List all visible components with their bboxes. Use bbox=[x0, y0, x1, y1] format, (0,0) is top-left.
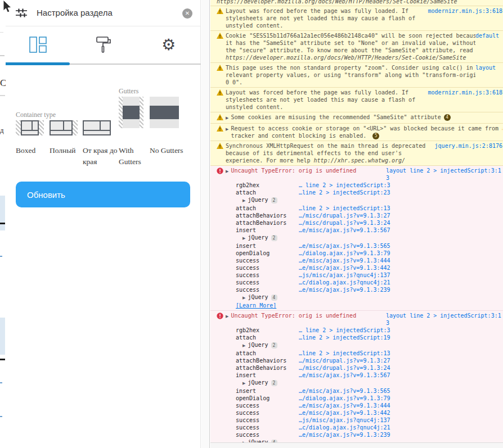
stack-source-link[interactable]: …e/misc/ajax.js?v=9.1.3:442 bbox=[299, 264, 390, 271]
repeat-count-badge: 4 bbox=[444, 114, 451, 121]
option-no-gutters[interactable] bbox=[150, 97, 179, 128]
stack-source-link[interactable]: …/misc/drupal.js?v=9.1.3:24 bbox=[299, 219, 390, 227]
source-location-link[interactable]: layout line 2 > injectedScript:3:13 bbox=[386, 312, 502, 327]
console-warning-row-clipped: https://developer.mozilla.org/docs/Web/H… bbox=[210, 0, 503, 6]
stack-source-link[interactable]: …e/misc/ajax.js?v=9.1.3:444 bbox=[299, 257, 390, 264]
stack-source-link[interactable]: …line 2 > injectedScript:13 bbox=[299, 350, 390, 357]
expand-arrow-icon[interactable]: ▶ bbox=[226, 313, 228, 320]
stack-source-link[interactable]: …e/misc/ajax.js?v=9.1.3:565 bbox=[299, 242, 390, 250]
background-fragment bbox=[0, 223, 5, 224]
repeat-count-badge: 5 bbox=[372, 133, 379, 139]
stack-source-link[interactable]: …line 2 > injectedScript:13 bbox=[299, 205, 390, 212]
stack-frame-row: attachBehaviors…/misc/drupal.js?v=9.1.3:… bbox=[217, 219, 502, 227]
stack-source-link[interactable]: …c/dialog.ajax.js?qnuc4j:21 bbox=[299, 279, 390, 286]
message-link[interactable]: https://developer.mozilla.org/docs/Web/H… bbox=[217, 0, 457, 4]
stack-source-link[interactable]: … line 2 > injectedScript:3 bbox=[299, 182, 390, 189]
warning-icon bbox=[217, 114, 223, 122]
stack-source-link[interactable]: …e/misc/ajax.js?v=9.1.3:565 bbox=[299, 387, 390, 395]
group-name: jQuery bbox=[248, 234, 268, 241]
expand-arrow-icon[interactable]: ▶ bbox=[242, 381, 245, 386]
stack-frame-row: success…e/misc/ajax.js?v=9.1.3:444 bbox=[217, 402, 502, 409]
active-tab-indicator bbox=[6, 62, 70, 65]
stack-frame-row: openDialog…/dialog.ajax.js?v=9.1.3:79 bbox=[217, 250, 502, 257]
source-location-link[interactable]: modernizr.min.js:3:618 bbox=[428, 89, 502, 96]
jquery-group-row[interactable]: ▶jQuery4 bbox=[217, 293, 502, 302]
expand-arrow-icon[interactable]: ▶ bbox=[226, 115, 228, 122]
stack-function-name: insert bbox=[236, 242, 299, 250]
stack-source-link[interactable]: …/dialog.ajax.js?v=9.1.3:79 bbox=[299, 250, 390, 257]
error-icon bbox=[217, 313, 223, 321]
stack-frame-row: success…e/misc/ajax.js?v=9.1.3:239 bbox=[217, 286, 502, 293]
message-link[interactable]: https://developer.mozilla.org/docs/Web/H… bbox=[226, 55, 466, 61]
stack-source-link[interactable]: …e/misc/ajax.js?v=9.1.3:239 bbox=[299, 286, 390, 293]
stack-frame-row: success…js/misc/ajax.js?qnuc4j:137 bbox=[217, 271, 502, 279]
source-location-link[interactable]: layout line 2 > injectedScript:3:13 bbox=[386, 167, 502, 182]
stack-source-link[interactable]: … line 2 > injectedScript:3 bbox=[299, 327, 390, 334]
option-boxed[interactable] bbox=[16, 120, 44, 135]
stack-source-link[interactable]: …/dialog.ajax.js?v=9.1.3:79 bbox=[299, 395, 390, 402]
log-message: Layout was forced before the page was fu… bbox=[226, 7, 428, 29]
message-text: Cookie "SESS15b11d766a12a1ec056e486b2148… bbox=[226, 33, 475, 53]
message-text: This page uses the non standard property… bbox=[226, 65, 475, 85]
stack-source-link[interactable]: …line 2 > injectedScript:23 bbox=[299, 189, 390, 196]
stack-source-link[interactable]: …e/misc/ajax.js?v=9.1.3:442 bbox=[299, 409, 390, 417]
console-warning-row: ▶Request to access cookie or storage on … bbox=[210, 124, 503, 141]
option-with-gutters[interactable] bbox=[119, 97, 143, 128]
source-location-link[interactable]: jquery.min.js:2:8176 bbox=[435, 142, 502, 150]
warning-icon bbox=[217, 33, 223, 40]
tab-settings[interactable]: ⚙ bbox=[136, 26, 201, 63]
group-name: jQuery bbox=[248, 294, 268, 300]
source-location-link[interactable]: modernizr.min.js:3:618 bbox=[428, 7, 502, 15]
jquery-group-row[interactable]: ▶jQuery2 bbox=[217, 379, 502, 387]
stack-source-link[interactable]: …js/misc/ajax.js?qnuc4j:137 bbox=[299, 271, 390, 279]
stack-source-link[interactable]: …e/misc/ajax.js?v=9.1.3:239 bbox=[299, 431, 390, 438]
stack-source-link[interactable]: …/misc/drupal.js?v=9.1.3:24 bbox=[299, 364, 390, 372]
stack-function-name: attach bbox=[236, 189, 299, 196]
stack-frame-row: attachBehaviors…/misc/drupal.js?v=9.1.3:… bbox=[217, 364, 502, 372]
stack-source-link[interactable]: …/misc/drupal.js?v=9.1.3:27 bbox=[299, 357, 390, 364]
message-link[interactable]: http://xhr.spec.whatwg.org/ bbox=[314, 157, 406, 164]
expand-arrow-icon[interactable]: ▶ bbox=[242, 296, 245, 300]
jquery-group-row[interactable]: ▶jQuery2 bbox=[217, 196, 502, 205]
jquery-group-row[interactable]: ▶jQuery2 bbox=[217, 341, 502, 350]
stack-source-link[interactable]: …c/dialog.ajax.js?qnuc4j:21 bbox=[299, 424, 390, 431]
background-fragment bbox=[0, 95, 5, 96]
expand-arrow-icon[interactable]: ▶ bbox=[226, 168, 228, 175]
tab-style[interactable] bbox=[71, 26, 136, 63]
stack-source-link[interactable]: …line 2 > injectedScript:19 bbox=[299, 334, 390, 341]
background-fragment bbox=[0, 196, 5, 230]
sliders-icon bbox=[16, 7, 27, 19]
stack-function-name: attach bbox=[236, 334, 299, 341]
option-full[interactable] bbox=[50, 120, 78, 135]
source-location-link[interactable]: default bbox=[475, 32, 502, 39]
jquery-group-row[interactable]: ▶jQuery2 bbox=[217, 234, 502, 242]
console-warning-row: Layout was forced before the page was fu… bbox=[210, 88, 503, 112]
stack-source-link[interactable]: …e/misc/ajax.js?v=9.1.3:567 bbox=[299, 372, 390, 379]
stack-frame-row: attach…line 2 > injectedScript:23 bbox=[217, 189, 502, 196]
stack-source-link[interactable]: …e/misc/ajax.js?v=9.1.3:444 bbox=[299, 402, 390, 409]
stack-function-name: rgb2hex bbox=[236, 327, 299, 334]
error-message: Uncaught TypeError: orig is undefined bbox=[231, 312, 386, 319]
screen: С д Настройка раздела ✕ bbox=[0, 0, 503, 448]
stack-source-link[interactable]: …e/misc/ajax.js?v=9.1.3:567 bbox=[299, 227, 390, 234]
error-header: ▶Uncaught TypeError: orig is undefinedla… bbox=[217, 312, 502, 327]
close-icon[interactable]: ✕ bbox=[182, 8, 192, 19]
tab-layout[interactable] bbox=[6, 26, 70, 63]
stack-frame-row: rgb2hex… line 2 > injectedScript:3 bbox=[217, 182, 502, 189]
option-edge-to-edge[interactable] bbox=[83, 120, 111, 135]
expand-arrow-icon[interactable]: ▶ bbox=[242, 236, 245, 241]
expand-arrow-icon[interactable]: ▶ bbox=[242, 198, 245, 203]
log-message: Cookie "SESS15b11d766a12a1ec056e486b2148… bbox=[226, 32, 475, 61]
expand-arrow-icon[interactable]: ▶ bbox=[242, 343, 245, 348]
group-name: jQuery bbox=[248, 342, 268, 348]
stack-function-name: success bbox=[236, 271, 299, 279]
update-button[interactable]: Обновить bbox=[16, 182, 190, 207]
stack-frame-row: success…js/misc/ajax.js?qnuc4j:137 bbox=[217, 417, 502, 424]
stack-frame-row: attach…line 2 > injectedScript:19 bbox=[217, 334, 502, 341]
expand-arrow-icon[interactable]: ▶ bbox=[226, 126, 228, 133]
source-location-link[interactable]: layout bbox=[475, 64, 502, 71]
learn-more-link[interactable]: [Learn More] bbox=[236, 302, 276, 309]
stack-frame-row: success…e/misc/ajax.js?v=9.1.3:442 bbox=[217, 264, 502, 271]
stack-source-link[interactable]: …/misc/drupal.js?v=9.1.3:27 bbox=[299, 212, 390, 219]
stack-source-link[interactable]: …js/misc/ajax.js?qnuc4j:137 bbox=[299, 417, 390, 424]
